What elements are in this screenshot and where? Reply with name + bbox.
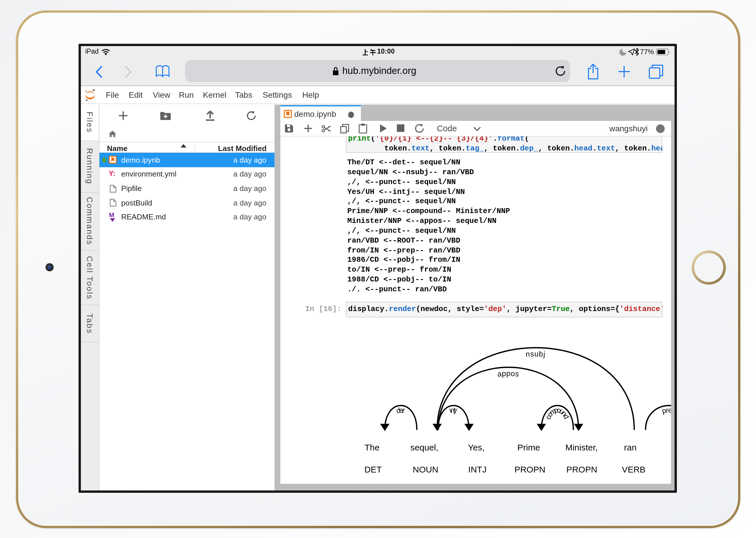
svg-text:sequel,: sequel, [410, 443, 438, 452]
svg-text:Yes,: Yes, [467, 443, 484, 452]
svg-text:ran: ran [624, 443, 636, 452]
svg-text:NOUN: NOUN [412, 465, 438, 474]
svg-text:The: The [364, 443, 379, 452]
svg-text:det: det [395, 405, 406, 414]
svg-text:PROPN: PROPN [514, 465, 545, 474]
svg-text:VERB: VERB [621, 465, 645, 474]
svg-text:Minister,: Minister, [565, 443, 597, 452]
svg-text:compound: compound [543, 405, 571, 421]
svg-text:Prime: Prime [517, 443, 540, 452]
svg-text:intj: intj [448, 405, 459, 414]
svg-text:INTJ: INTJ [468, 465, 486, 474]
svg-text:prep: prep [661, 406, 671, 415]
svg-text:nsubj: nsubj [525, 349, 546, 358]
svg-text:appos: appos [497, 369, 519, 378]
svg-text:PROPN: PROPN [566, 465, 597, 474]
svg-text:DET: DET [364, 465, 382, 474]
